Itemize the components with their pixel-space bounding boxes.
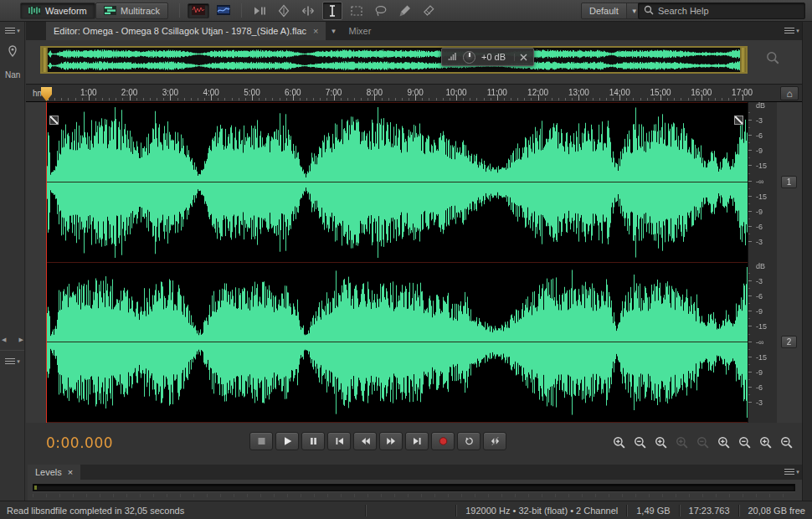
- zoom-in-time-button[interactable]: [758, 435, 773, 450]
- show-waveform-button[interactable]: [188, 3, 209, 18]
- home-button[interactable]: ⌂: [780, 86, 799, 100]
- fast-forward-button[interactable]: [379, 432, 403, 450]
- scroll-right-icon[interactable]: ▶: [19, 337, 23, 343]
- play-button[interactable]: [275, 432, 299, 450]
- channel-2-waveform[interactable]: [46, 263, 748, 422]
- tools-group: [249, 2, 439, 20]
- razor-tool[interactable]: [274, 2, 294, 20]
- channel-2-button[interactable]: 2: [781, 336, 797, 348]
- hud-close-button[interactable]: [514, 54, 527, 61]
- db-label: -3: [756, 116, 763, 125]
- channel-1-button[interactable]: 1: [781, 176, 797, 188]
- db-tick: [748, 211, 752, 212]
- db-scale-channel-1[interactable]: dB-3-6-9-15-∞-15-9-6-3: [748, 102, 777, 262]
- fade-in-handle[interactable]: [49, 116, 59, 125]
- zoom-in-at-in-point-button[interactable]: [675, 435, 689, 450]
- statusbar-separator: [679, 505, 681, 516]
- loop-playback-button[interactable]: [457, 432, 481, 450]
- levels-panel: Levels × ▾: [28, 465, 802, 501]
- zoom-out-button[interactable]: [633, 435, 647, 450]
- overview-waveform-canvas[interactable]: [48, 48, 740, 72]
- eraser-tool[interactable]: [419, 2, 439, 20]
- db-label: -15: [756, 162, 767, 170]
- db-label: -6: [756, 383, 763, 392]
- tab-mixer[interactable]: Mixer: [341, 22, 378, 40]
- playhead-line[interactable]: [46, 102, 47, 423]
- scroll-left-icon[interactable]: ◀: [2, 337, 6, 343]
- free-space-label: 20,08 GB free: [748, 506, 806, 516]
- slip-tool[interactable]: [298, 2, 318, 20]
- levels-tabbar-fill: [80, 465, 782, 480]
- stop-button[interactable]: [249, 432, 273, 450]
- dock-panel-menu-button-2[interactable]: ▾: [3, 358, 23, 365]
- zoom-in-amplitude-button[interactable]: [717, 435, 731, 450]
- fade-out-handle[interactable]: [734, 116, 743, 125]
- overview-navigator[interactable]: [40, 46, 748, 74]
- zoom-to-selection-button[interactable]: [654, 435, 668, 450]
- marquee-selection-tool[interactable]: [347, 2, 367, 20]
- close-icon[interactable]: ×: [313, 26, 318, 36]
- waveform-display[interactable]: [46, 102, 748, 423]
- zoom-out-amplitude-button[interactable]: [737, 435, 752, 450]
- workspace-dropdown[interactable]: Default ▼: [581, 3, 643, 19]
- zoom-out-time-button[interactable]: [779, 435, 794, 450]
- overview-left-handle[interactable]: [42, 48, 48, 72]
- time-display[interactable]: 0:00.000: [46, 434, 113, 451]
- show-spectral-button[interactable]: [213, 3, 234, 18]
- level-meter-fill: [34, 486, 37, 490]
- multitrack-view-button[interactable]: Multitrack: [95, 3, 168, 19]
- timeline-ruler[interactable]: hms ⌂ 1:002:003:004:005:006:007:008:009:…: [26, 84, 802, 102]
- dock-scrollbar[interactable]: ◀ ▶: [2, 335, 23, 344]
- channel-2-lane[interactable]: [46, 263, 748, 423]
- channel-1-waveform[interactable]: [46, 103, 748, 262]
- meter-bars-icon: [448, 49, 457, 64]
- panel-menu-button[interactable]: ▾: [782, 22, 802, 40]
- overview-right-handle[interactable]: [740, 48, 746, 72]
- right-dock-edge: [802, 22, 812, 501]
- skip-to-start-button[interactable]: [327, 432, 351, 450]
- channel-1-lane[interactable]: [46, 103, 748, 263]
- close-icon[interactable]: ×: [68, 467, 73, 477]
- tab-dropdown-icon[interactable]: ▼: [326, 22, 341, 40]
- record-button[interactable]: [431, 432, 455, 450]
- db-tick: [748, 226, 752, 227]
- gain-knob[interactable]: [463, 51, 475, 64]
- db-scale-channel-2[interactable]: dB-3-6-9-15-∞-15-9-6-3: [748, 263, 777, 423]
- time-selection-tool[interactable]: [322, 2, 342, 20]
- levels-panel-menu-button[interactable]: ▾: [782, 465, 802, 480]
- pause-button[interactable]: [301, 432, 325, 450]
- marker-pin-icon[interactable]: [8, 45, 18, 63]
- zoom-in-at-out-point-button[interactable]: [696, 435, 710, 450]
- dock-panel-menu-button[interactable]: ▾: [3, 28, 23, 34]
- level-meter[interactable]: [33, 484, 795, 491]
- search-input[interactable]: [658, 6, 799, 16]
- volume-hud[interactable]: +0 dB: [441, 48, 534, 66]
- skip-to-end-button[interactable]: [405, 432, 429, 450]
- zoom-in-button[interactable]: [612, 435, 626, 450]
- tab-editor[interactable]: Editor: Omega - Omega 8 Csillagok Utjan …: [46, 22, 326, 40]
- lasso-selection-tool[interactable]: [371, 2, 391, 20]
- db-label: -∞: [756, 177, 763, 186]
- help-search-field[interactable]: [638, 3, 805, 19]
- move-tool[interactable]: [249, 2, 270, 20]
- menu-icon: [5, 358, 15, 365]
- db-tick: [748, 135, 752, 136]
- files-name-column-label: Nan: [5, 70, 20, 80]
- db-label: -9: [756, 208, 763, 216]
- db-tick-minor: [748, 273, 750, 274]
- menu-icon: [5, 28, 15, 34]
- tab-levels[interactable]: Levels ×: [28, 465, 80, 480]
- waveform-view-button[interactable]: Waveform: [20, 3, 95, 19]
- db-tick: [748, 311, 752, 311]
- editor-panel: +0 dB hms ⌂ 1:002:003:004:005:006:007:00…: [26, 40, 802, 463]
- skip-selection-button[interactable]: [483, 432, 506, 450]
- db-tick-minor: [748, 288, 750, 289]
- overview-zoom-icon[interactable]: [766, 51, 779, 68]
- app-toolbar: Waveform Multitrack Default ▼: [0, 0, 812, 22]
- amplitude-ruler[interactable]: dB-3-6-9-15-∞-15-9-6-3dB-3-6-9-15-∞-15-9…: [748, 102, 777, 423]
- rewind-button[interactable]: [353, 432, 377, 450]
- multitrack-grid-icon: [104, 6, 116, 17]
- db-tick-minor: [748, 234, 750, 234]
- paintbrush-selection-tool[interactable]: [395, 2, 415, 20]
- status-message: Read libsndfile completed in 32,05 secon…: [7, 506, 184, 516]
